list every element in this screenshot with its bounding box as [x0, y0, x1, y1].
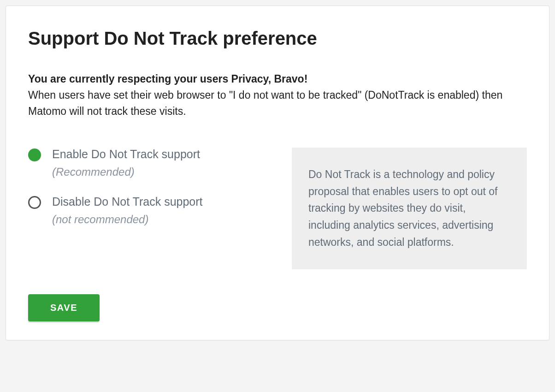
content-row: Enable Do Not Track support (Recommended…: [28, 148, 527, 269]
radio-selected-icon: [28, 148, 41, 161]
intro-description: When users have set their web browser to…: [28, 89, 502, 118]
radio-option-disable[interactable]: Disable Do Not Track support (not recomm…: [28, 195, 278, 226]
option-hint: (Recommended): [52, 166, 200, 178]
save-button[interactable]: SAVE: [28, 294, 100, 321]
radio-options-group: Enable Do Not Track support (Recommended…: [28, 148, 278, 269]
option-labels: Enable Do Not Track support (Recommended…: [52, 148, 200, 178]
radio-option-enable[interactable]: Enable Do Not Track support (Recommended…: [28, 148, 278, 178]
intro-bold-text: You are currently respecting your users …: [28, 73, 307, 85]
option-hint: (not recommended): [52, 213, 203, 226]
page-title: Support Do Not Track preference: [28, 28, 527, 49]
option-labels: Disable Do Not Track support (not recomm…: [52, 195, 203, 226]
info-text: Do Not Track is a technology and policy …: [308, 166, 510, 251]
info-panel: Do Not Track is a technology and policy …: [292, 148, 527, 269]
settings-card: Support Do Not Track preference You are …: [6, 6, 549, 340]
option-label: Enable Do Not Track support: [52, 148, 200, 161]
radio-unselected-icon: [28, 196, 41, 209]
option-label: Disable Do Not Track support: [52, 195, 203, 208]
